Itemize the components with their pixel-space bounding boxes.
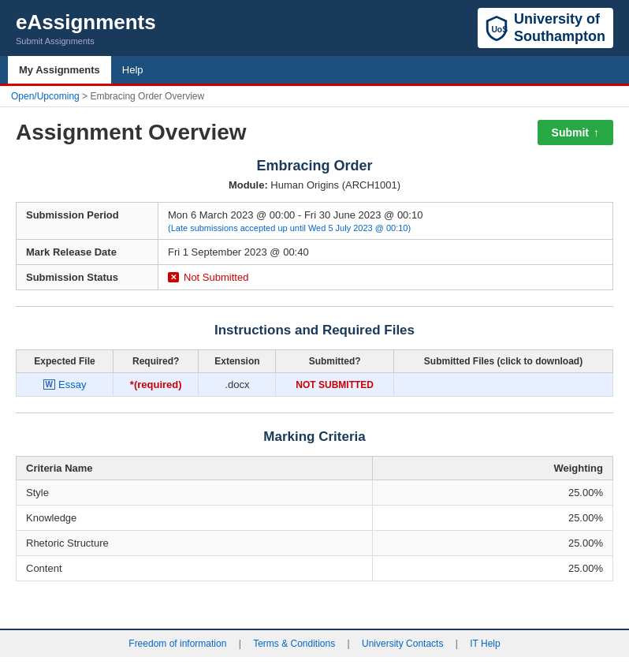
col-extension: Extension — [199, 350, 276, 373]
col-submitted-files: Submitted Files (click to download) — [393, 350, 612, 373]
criteria-name: Knowledge — [17, 506, 373, 531]
mark-release-label: Mark Release Date — [17, 240, 158, 265]
logo-text: University of Southampton — [514, 11, 605, 45]
status-icon: ✕ — [168, 272, 179, 282]
late-note: (Late submissions accepted up until Wed … — [168, 223, 603, 233]
essay-link[interactable]: W Essay — [24, 379, 105, 390]
submit-assignments-link[interactable]: Submit Assignments — [16, 36, 95, 46]
criteria-weighting: 25.00% — [372, 556, 612, 581]
logo-name: Southampton — [514, 28, 605, 46]
upload-icon: ↑ — [594, 126, 599, 139]
footer-it-help[interactable]: IT Help — [470, 638, 500, 649]
main-content: Assignment Overview Submit ↑ Embracing O… — [0, 107, 629, 597]
file-row: W Essay *(required) .docx NOT SUBMITTED — [17, 373, 613, 397]
criteria-name: Content — [17, 556, 373, 581]
criteria-weighting: 25.00% — [372, 506, 612, 531]
breadcrumb-open[interactable]: Open — [11, 91, 34, 102]
submission-period-label: Submission Period — [17, 203, 158, 240]
submit-button[interactable]: Submit ↑ — [538, 120, 613, 145]
file-name-text: Essay — [58, 379, 86, 390]
criteria-row: Content25.00% — [17, 556, 613, 581]
instructions-section-title: Instructions and Required Files — [16, 323, 613, 338]
col-submitted: Submitted? — [276, 350, 394, 373]
file-name: W Essay — [17, 373, 114, 397]
divider-2 — [16, 413, 613, 413]
university-logo: UoS University of Southampton — [478, 8, 613, 48]
status-badge: ✕ Not Submitted — [168, 271, 603, 283]
logo-area: UoS University of Southampton — [478, 8, 613, 48]
module-value: Human Origins (ARCH1001) — [270, 179, 400, 191]
submission-status-row: Submission Status ✕ Not Submitted — [17, 265, 613, 290]
criteria-name: Style — [17, 480, 373, 506]
criteria-row: Knowledge25.00% — [17, 506, 613, 531]
files-table-header-row: Expected File Required? Extension Submit… — [17, 350, 613, 373]
site-subtitle: Submit Assignments — [16, 36, 156, 46]
footer-sep-1: | — [239, 638, 241, 649]
footer-freedom[interactable]: Freedom of information — [128, 638, 226, 649]
criteria-table: Criteria Name Weighting Style25.00%Knowl… — [16, 456, 613, 581]
status-text: Not Submitted — [184, 271, 248, 283]
site-header: eAssignments Submit Assignments UoS Univ… — [0, 0, 629, 56]
col-required: Required? — [113, 350, 198, 373]
criteria-row: Rhetoric Structure25.00% — [17, 531, 613, 556]
breadcrumb-upcoming[interactable]: Upcoming — [37, 91, 80, 102]
page-header-row: Assignment Overview Submit ↑ — [16, 120, 613, 145]
submission-period-value: Mon 6 March 2023 @ 00:00 - Fri 30 June 2… — [158, 203, 613, 240]
module-label: Module: — [229, 179, 268, 191]
site-footer: Freedom of information | Terms & Conditi… — [0, 629, 629, 657]
logo-university: University of — [514, 11, 605, 28]
criteria-weighting: 25.00% — [372, 531, 612, 556]
col-expected-file: Expected File — [17, 350, 114, 373]
nav-help[interactable]: Help — [111, 56, 154, 84]
footer-sep-3: | — [456, 638, 458, 649]
not-submitted-text: NOT SUBMITTED — [296, 379, 374, 390]
assignment-title: Embracing Order — [16, 158, 613, 174]
marking-section-title: Marking Criteria — [16, 429, 613, 445]
files-table: Expected File Required? Extension Submit… — [16, 349, 613, 397]
site-title: eAssignments — [16, 10, 156, 35]
footer-contacts[interactable]: University Contacts — [362, 638, 443, 649]
file-submitted-status: NOT SUBMITTED — [276, 373, 394, 397]
nav-my-assignments[interactable]: My Assignments — [8, 56, 111, 84]
shield-icon: UoS — [486, 16, 508, 41]
assignment-info-table: Submission Period Mon 6 March 2023 @ 00:… — [16, 202, 613, 290]
page-title: Assignment Overview — [16, 120, 247, 145]
footer-sep-2: | — [348, 638, 350, 649]
main-nav: My Assignments Help — [0, 56, 629, 86]
submission-period-row: Submission Period Mon 6 March 2023 @ 00:… — [17, 203, 613, 240]
file-extension: .docx — [199, 373, 276, 397]
word-icon: W — [43, 379, 55, 390]
criteria-weighting: 25.00% — [372, 480, 612, 506]
divider-1 — [16, 306, 613, 307]
breadcrumb-current: Embracing Order Overview — [90, 91, 204, 102]
svg-text:UoS: UoS — [491, 24, 508, 33]
breadcrumb-separator: > — [82, 91, 90, 102]
module-line: Module: Human Origins (ARCH1001) — [16, 179, 613, 191]
submit-label: Submit — [552, 126, 589, 139]
submission-status-value: ✕ Not Submitted — [158, 265, 613, 290]
breadcrumb: Open/Upcoming > Embracing Order Overview — [0, 86, 629, 107]
submission-status-label: Submission Status — [17, 265, 158, 290]
required-text: *(required) — [130, 379, 182, 390]
col-criteria-name: Criteria Name — [17, 457, 373, 480]
criteria-header-row: Criteria Name Weighting — [17, 457, 613, 480]
submission-period-dates: Mon 6 March 2023 @ 00:00 - Fri 30 June 2… — [168, 209, 422, 221]
col-weighting: Weighting — [372, 457, 612, 480]
file-required: *(required) — [113, 373, 198, 397]
criteria-row: Style25.00% — [17, 480, 613, 506]
mark-release-value: Fri 1 September 2023 @ 00:40 — [158, 240, 613, 265]
criteria-name: Rhetoric Structure — [17, 531, 373, 556]
footer-terms[interactable]: Terms & Conditions — [253, 638, 335, 649]
header-left: eAssignments Submit Assignments — [16, 10, 156, 46]
mark-release-row: Mark Release Date Fri 1 September 2023 @… — [17, 240, 613, 265]
file-submitted-files — [393, 373, 612, 397]
